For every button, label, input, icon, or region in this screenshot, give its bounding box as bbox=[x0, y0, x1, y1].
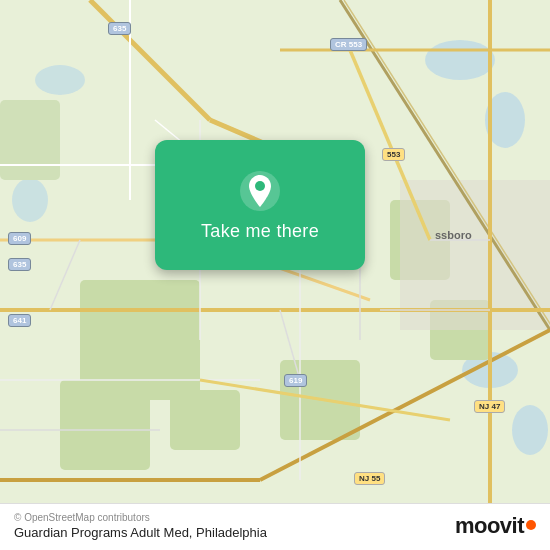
svg-rect-11 bbox=[170, 390, 240, 450]
town-ssboro: ssboro bbox=[432, 228, 475, 242]
bottom-bar: © OpenStreetMap contributors Guardian Pr… bbox=[0, 503, 550, 550]
moovit-dot bbox=[526, 520, 536, 530]
moovit-text: moovit bbox=[455, 513, 524, 539]
shield-cr553: CR 553 bbox=[330, 38, 367, 51]
svg-point-1 bbox=[425, 40, 495, 80]
osm-attribution: © OpenStreetMap contributors bbox=[14, 512, 267, 523]
shield-nj47: NJ 47 bbox=[474, 400, 505, 413]
shield-553: 553 bbox=[382, 148, 405, 161]
take-me-there-label: Take me there bbox=[201, 221, 319, 242]
shield-nj55: NJ 55 bbox=[354, 472, 385, 485]
bottom-info: © OpenStreetMap contributors Guardian Pr… bbox=[14, 512, 267, 540]
svg-point-4 bbox=[512, 405, 548, 455]
shield-619: 619 bbox=[284, 374, 307, 387]
shield-635-left: 635 bbox=[8, 258, 31, 271]
shield-641: 641 bbox=[8, 314, 31, 327]
svg-rect-14 bbox=[400, 180, 550, 330]
svg-point-6 bbox=[12, 178, 48, 222]
shield-635-top: 635 bbox=[108, 22, 131, 35]
map-roads bbox=[0, 0, 550, 550]
svg-rect-12 bbox=[0, 100, 60, 180]
svg-point-5 bbox=[35, 65, 85, 95]
take-me-there-card[interactable]: Take me there bbox=[155, 140, 365, 270]
map-container: 635 635 609 641 CR 553 553 619 NJ 47 NJ … bbox=[0, 0, 550, 550]
location-name: Guardian Programs Adult Med, Philadelphi… bbox=[14, 525, 267, 540]
svg-rect-10 bbox=[60, 380, 150, 470]
svg-point-41 bbox=[255, 181, 265, 191]
location-pin-icon bbox=[238, 169, 282, 213]
shield-609: 609 bbox=[8, 232, 31, 245]
moovit-logo: moovit bbox=[455, 513, 536, 539]
